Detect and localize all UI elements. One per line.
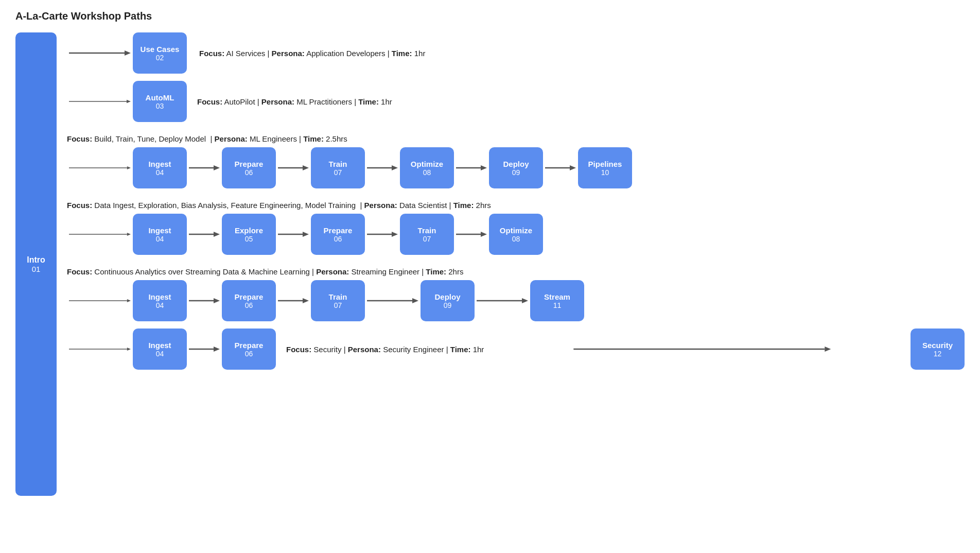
node-train-ds: Train 07: [400, 214, 454, 255]
arrow-2-sec: [496, 343, 908, 355]
svg-marker-1: [125, 50, 131, 56]
start-arrow-ds: [69, 228, 131, 240]
path-data-scientist: Focus: Data Ingest, Exploration, Bias An…: [62, 196, 965, 258]
svg-marker-11: [392, 165, 398, 170]
svg-marker-35: [522, 298, 528, 303]
focus-streaming: Focus: Continuous Analytics over Streami…: [62, 267, 965, 276]
node-security-final: Security 12: [911, 329, 965, 370]
path-automl: AutoML 03 Focus: AutoPilot | Persona: ML…: [62, 81, 965, 125]
page-title: A-La-Carte Workshop Paths: [15, 10, 965, 22]
svg-marker-3: [127, 100, 131, 103]
arrow-3-stream: [367, 295, 418, 307]
node-pipelines-ml: Pipelines 10: [578, 147, 632, 188]
start-arrow-stream: [69, 295, 131, 307]
svg-marker-5: [127, 166, 131, 169]
node-ingest-stream: Ingest 04: [133, 280, 187, 321]
node-prepare-sec: Prepare 06: [222, 329, 276, 370]
arrow-1-ds: [189, 228, 220, 240]
svg-marker-17: [127, 233, 131, 236]
arrow-1-sec: [189, 343, 220, 355]
svg-marker-15: [570, 165, 576, 170]
focus-data-scientist: Focus: Data Ingest, Exploration, Bias An…: [62, 201, 965, 210]
svg-marker-27: [127, 299, 131, 302]
arrow-3-ml: [367, 162, 398, 174]
node-optimize-ml: Optimize 08: [400, 147, 454, 188]
svg-marker-25: [481, 232, 487, 237]
node-ingest-ml: Ingest 04: [133, 147, 187, 188]
arrow-2-ds: [278, 228, 309, 240]
focus-ml-engineers: Focus: Build, Train, Tune, Deploy Model …: [62, 134, 965, 143]
arrow-2-ml: [278, 162, 309, 174]
arrow-4-ml: [456, 162, 487, 174]
focus-security: Focus: Security | Persona: Security Engi…: [286, 345, 484, 354]
arrow-2-stream: [278, 295, 309, 307]
node-optimize-ds: Optimize 08: [489, 214, 543, 255]
svg-marker-21: [303, 232, 309, 237]
arrow-1-ml: [189, 162, 220, 174]
start-arrow-use-cases: [69, 47, 131, 59]
node-deploy-stream: Deploy 09: [421, 280, 475, 321]
svg-marker-39: [214, 347, 220, 352]
path-security: Ingest 04 Prepare 06 Focus: Security | P…: [62, 329, 965, 373]
svg-marker-7: [214, 165, 220, 170]
flow-streaming: Ingest 04 Prepare 06 Train 07: [62, 280, 965, 321]
arrow-1-stream: [189, 295, 220, 307]
node-train-stream: Train 07: [311, 280, 365, 321]
path-ml-engineers: Focus: Build, Train, Tune, Deploy Model …: [62, 129, 965, 192]
svg-marker-31: [303, 298, 309, 303]
intro-num: 01: [32, 265, 41, 273]
intro-label: Intro: [27, 255, 45, 265]
svg-marker-9: [303, 165, 309, 170]
flow-data-scientist: Ingest 04 Explore 05 Prepare 06: [62, 214, 965, 255]
svg-marker-37: [127, 348, 131, 351]
focus-automl: Focus: AutoPilot | Persona: ML Practitio…: [197, 97, 392, 106]
node-train-ml: Train 07: [311, 147, 365, 188]
svg-marker-23: [392, 232, 398, 237]
start-arrow-ml: [69, 162, 131, 174]
svg-marker-29: [214, 298, 220, 303]
start-arrow-automl: [69, 95, 131, 108]
path-streaming: Focus: Continuous Analytics over Streami…: [62, 262, 965, 324]
flow-use-cases: Use Cases 02 Focus: AI Services | Person…: [62, 32, 965, 74]
node-deploy-ml: Deploy 09: [489, 147, 543, 188]
node-automl: AutoML 03: [133, 81, 187, 122]
focus-use-cases: Focus: AI Services | Persona: Applicatio…: [199, 49, 425, 58]
intro-node: Intro 01: [15, 32, 57, 496]
node-prepare-stream: Prepare 06: [222, 280, 276, 321]
arrow-5-ml: [545, 162, 576, 174]
arrow-4-stream: [477, 295, 528, 307]
flow-automl: AutoML 03 Focus: AutoPilot | Persona: ML…: [62, 81, 965, 122]
svg-marker-13: [481, 165, 487, 170]
svg-marker-41: [825, 347, 831, 352]
node-ingest-ds: Ingest 04: [133, 214, 187, 255]
arrow-3-ds: [367, 228, 398, 240]
flow-ml-engineers: Ingest 04 Prepare 06 Train 07: [62, 147, 965, 188]
node-explore-ds: Explore 05: [222, 214, 276, 255]
security-focus-block: Focus: Security | Persona: Security Engi…: [286, 345, 484, 354]
node-use-cases: Use Cases 02: [133, 32, 187, 74]
arrow-4-ds: [456, 228, 487, 240]
node-stream-stream: Stream 11: [530, 280, 584, 321]
svg-marker-33: [412, 298, 418, 303]
start-arrow-sec: [69, 343, 131, 355]
node-prepare-ml: Prepare 06: [222, 147, 276, 188]
flow-security: Ingest 04 Prepare 06 Focus: Security | P…: [62, 329, 965, 370]
path-use-cases: Use Cases 02 Focus: AI Services | Person…: [62, 32, 965, 77]
paths-area: Use Cases 02 Focus: AI Services | Person…: [62, 32, 965, 496]
node-prepare-ds: Prepare 06: [311, 214, 365, 255]
node-ingest-sec: Ingest 04: [133, 329, 187, 370]
svg-marker-19: [214, 232, 220, 237]
